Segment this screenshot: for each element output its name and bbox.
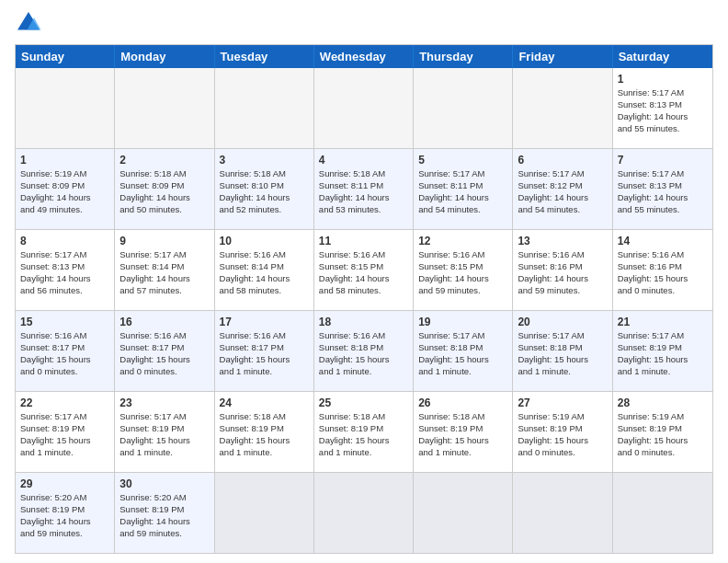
day-number: 22 xyxy=(20,396,109,410)
day-number: 12 xyxy=(418,234,507,248)
day-info-line: Daylight: 14 hours xyxy=(119,192,209,204)
day-info-line: Sunrise: 5:19 AM xyxy=(20,168,109,180)
cal-cell xyxy=(314,473,414,553)
day-number: 16 xyxy=(119,315,209,329)
day-number: 7 xyxy=(618,153,708,167)
day-info-line: Sunrise: 5:16 AM xyxy=(518,249,607,261)
day-info-line: Sunrise: 5:18 AM xyxy=(220,411,309,423)
day-info-line: Daylight: 15 hours xyxy=(518,435,607,447)
day-info-line: and 59 minutes. xyxy=(119,528,209,540)
day-info-line: Daylight: 15 hours xyxy=(518,354,607,366)
day-info-line: Sunrise: 5:16 AM xyxy=(418,249,507,261)
day-info-line: and 54 minutes. xyxy=(518,204,607,216)
day-info-line: Sunset: 8:19 PM xyxy=(220,423,309,435)
cal-cell: 18Sunrise: 5:16 AMSunset: 8:18 PMDayligh… xyxy=(314,311,414,391)
day-number: 25 xyxy=(319,396,408,410)
day-info-line: and 53 minutes. xyxy=(319,204,408,216)
cal-cell: 24Sunrise: 5:18 AMSunset: 8:19 PMDayligh… xyxy=(215,392,314,472)
day-info-line: Sunset: 8:17 PM xyxy=(119,342,209,354)
day-info-line: and 56 minutes. xyxy=(20,285,109,297)
day-info-line: Sunset: 8:19 PM xyxy=(518,423,607,435)
day-info-line: Sunrise: 5:16 AM xyxy=(220,249,309,261)
cal-cell xyxy=(414,473,513,553)
day-info-line: and 1 minute. xyxy=(418,447,507,459)
day-info-line: Daylight: 14 hours xyxy=(518,273,607,285)
calendar: SundayMondayTuesdayWednesdayThursdayFrid… xyxy=(15,44,713,554)
cal-header-cell: Saturday xyxy=(613,45,712,68)
day-number: 19 xyxy=(418,315,507,329)
day-number: 29 xyxy=(20,477,109,491)
day-info-line: Daylight: 15 hours xyxy=(220,354,309,366)
day-info-line: and 1 minute. xyxy=(319,447,408,459)
day-info-line: Daylight: 15 hours xyxy=(319,354,408,366)
cal-cell: 20Sunrise: 5:17 AMSunset: 8:18 PMDayligh… xyxy=(513,311,612,391)
day-info-line: Daylight: 14 hours xyxy=(20,273,109,285)
day-info-line: Sunrise: 5:20 AM xyxy=(119,492,209,504)
day-info-line: Daylight: 15 hours xyxy=(418,435,507,447)
cal-cell xyxy=(215,68,314,148)
cal-cell: 13Sunrise: 5:16 AMSunset: 8:16 PMDayligh… xyxy=(513,230,612,310)
day-info-line: Daylight: 15 hours xyxy=(20,354,109,366)
day-info-line: Daylight: 14 hours xyxy=(418,273,507,285)
cal-header-cell: Tuesday xyxy=(215,45,314,68)
day-info-line: Sunrise: 5:16 AM xyxy=(319,330,408,342)
day-info-line: and 57 minutes. xyxy=(119,285,209,297)
header xyxy=(15,9,713,37)
calendar-header-row: SundayMondayTuesdayWednesdayThursdayFrid… xyxy=(16,45,712,68)
day-number: 4 xyxy=(319,153,408,167)
day-info-line: Sunset: 8:19 PM xyxy=(618,342,708,354)
cal-cell: 16Sunrise: 5:16 AMSunset: 8:17 PMDayligh… xyxy=(115,311,214,391)
day-info-line: Sunrise: 5:17 AM xyxy=(119,411,209,423)
day-info-line: Daylight: 14 hours xyxy=(618,192,708,204)
day-info-line: Sunrise: 5:17 AM xyxy=(518,168,607,180)
day-info-line: Sunrise: 5:16 AM xyxy=(618,249,708,261)
day-info-line: Sunrise: 5:16 AM xyxy=(220,330,309,342)
cal-cell: 27Sunrise: 5:19 AMSunset: 8:19 PMDayligh… xyxy=(513,392,612,472)
day-info-line: Daylight: 15 hours xyxy=(220,435,309,447)
day-info-line: Sunset: 8:17 PM xyxy=(220,342,309,354)
day-info-line: Daylight: 14 hours xyxy=(319,192,408,204)
day-number: 8 xyxy=(20,234,109,248)
cal-cell: 7Sunrise: 5:17 AMSunset: 8:13 PMDaylight… xyxy=(613,149,712,229)
day-info-line: Sunset: 8:13 PM xyxy=(618,99,708,111)
day-info-line: Sunset: 8:19 PM xyxy=(618,423,708,435)
cal-cell: 10Sunrise: 5:16 AMSunset: 8:14 PMDayligh… xyxy=(215,230,314,310)
day-info-line: Sunrise: 5:16 AM xyxy=(319,249,408,261)
day-info-line: Sunrise: 5:16 AM xyxy=(119,330,209,342)
day-number: 6 xyxy=(518,153,607,167)
day-info-line: Sunset: 8:19 PM xyxy=(20,423,109,435)
day-number: 21 xyxy=(618,315,708,329)
day-info-line: and 58 minutes. xyxy=(319,285,408,297)
day-info-line: Sunset: 8:13 PM xyxy=(618,180,708,192)
day-info-line: Sunrise: 5:18 AM xyxy=(220,168,309,180)
cal-cell xyxy=(16,68,115,148)
day-info-line: Sunset: 8:15 PM xyxy=(319,261,408,273)
day-number: 5 xyxy=(418,153,507,167)
day-info-line: and 1 minute. xyxy=(20,447,109,459)
day-info-line: Sunset: 8:09 PM xyxy=(20,180,109,192)
page: SundayMondayTuesdayWednesdayThursdayFrid… xyxy=(0,0,728,563)
calendar-body: 1Sunrise: 5:17 AMSunset: 8:13 PMDaylight… xyxy=(16,68,712,553)
day-info-line: Daylight: 15 hours xyxy=(119,354,209,366)
logo-icon xyxy=(15,9,42,37)
day-info-line: Daylight: 14 hours xyxy=(319,273,408,285)
cal-cell xyxy=(513,68,612,148)
day-info-line: and 1 minute. xyxy=(220,366,309,378)
day-info-line: and 0 minutes. xyxy=(518,447,607,459)
day-info-line: Sunset: 8:14 PM xyxy=(220,261,309,273)
cal-cell: 14Sunrise: 5:16 AMSunset: 8:16 PMDayligh… xyxy=(613,230,712,310)
day-info-line: Sunrise: 5:16 AM xyxy=(20,330,109,342)
day-number: 3 xyxy=(220,153,309,167)
day-info-line: Daylight: 15 hours xyxy=(618,354,708,366)
day-number: 23 xyxy=(119,396,209,410)
logo xyxy=(15,9,46,37)
day-info-line: Daylight: 14 hours xyxy=(220,273,309,285)
day-number: 26 xyxy=(418,396,507,410)
day-info-line: Sunset: 8:19 PM xyxy=(418,423,507,435)
day-info-line: and 0 minutes. xyxy=(618,285,708,297)
cal-header-cell: Wednesday xyxy=(314,45,414,68)
day-info-line: Daylight: 14 hours xyxy=(220,192,309,204)
day-info-line: Sunset: 8:09 PM xyxy=(119,180,209,192)
day-number: 14 xyxy=(618,234,708,248)
day-info-line: Sunset: 8:11 PM xyxy=(418,180,507,192)
